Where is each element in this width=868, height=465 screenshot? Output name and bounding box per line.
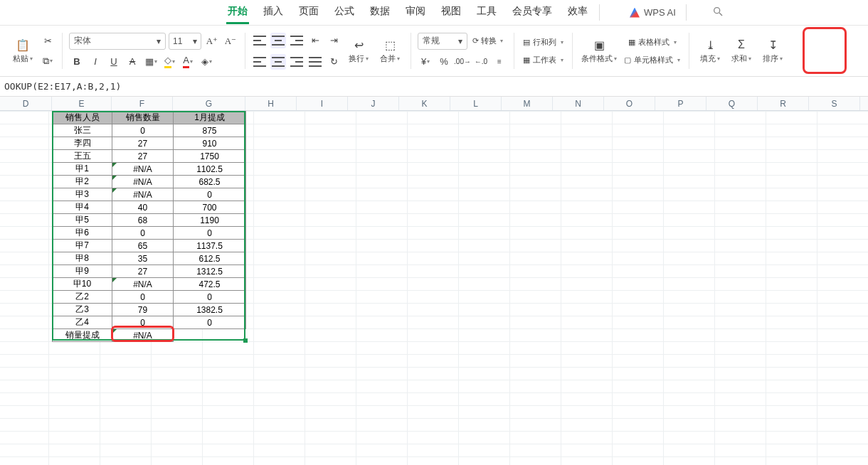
worksheet-button[interactable]: ▦ 工作表▾	[521, 53, 566, 67]
table-row[interactable]: 甲440700	[53, 201, 246, 214]
cell[interactable]: 乙2	[53, 291, 112, 304]
cell[interactable]: #N/A	[112, 188, 174, 201]
formula-bar[interactable]: OOKUP(E2:E17,A:B,2,1)	[0, 77, 868, 97]
tab-start[interactable]: 开始	[226, 1, 249, 24]
font-name-select[interactable]: 宋体▾	[69, 33, 166, 50]
tab-review[interactable]: 审阅	[404, 1, 427, 24]
borders-button[interactable]: ▦▾	[143, 54, 159, 70]
cell[interactable]: 张三	[53, 124, 112, 137]
italic-button[interactable]: I	[88, 54, 103, 70]
table-row[interactable]: 甲835612.5	[53, 252, 246, 265]
cell[interactable]: #N/A	[112, 163, 174, 176]
col-header-H[interactable]: H	[245, 97, 297, 110]
wrap-text-button[interactable]: ↩ 换行▾	[344, 36, 373, 65]
table-row[interactable]: 甲7651137.5	[53, 240, 246, 252]
cell[interactable]: 79	[112, 304, 174, 316]
cell[interactable]: 472.5	[174, 278, 246, 291]
cut-button[interactable]: ✂	[40, 33, 55, 49]
col-header-E[interactable]: E	[52, 97, 112, 110]
cell[interactable]: 甲8	[53, 252, 112, 265]
increase-decimal-button[interactable]: .00→	[455, 54, 470, 70]
tab-tools[interactable]: 工具	[475, 1, 498, 24]
cell[interactable]: #N/A	[112, 329, 174, 342]
table-style-button[interactable]: ▦ 表格样式▾	[622, 36, 682, 49]
col-header-I[interactable]: I	[297, 97, 348, 110]
tab-data[interactable]: 数据	[369, 1, 391, 24]
table-row[interactable]: 甲9271312.5	[53, 265, 246, 278]
cell[interactable]: #N/A	[112, 176, 174, 188]
cell[interactable]: 1190	[174, 214, 246, 227]
cell[interactable]	[174, 329, 246, 342]
fill-color-button[interactable]: ◇▾	[162, 54, 177, 70]
autosum-button[interactable]: Σ 求和▾	[727, 36, 756, 65]
table-row[interactable]: 甲3#N/A0	[53, 188, 246, 201]
cell[interactable]: 68	[112, 214, 174, 227]
col-header-S[interactable]: S	[809, 97, 860, 110]
col-header-D[interactable]: D	[0, 97, 52, 110]
table-row[interactable]: 甲5681190	[53, 214, 246, 227]
currency-button[interactable]: ¥▾	[418, 54, 433, 70]
tab-member[interactable]: 会员专享	[511, 1, 554, 24]
increase-indent-button[interactable]: ⇥	[326, 33, 342, 48]
cell[interactable]: 甲6	[53, 227, 112, 240]
underline-button[interactable]: U	[106, 54, 122, 70]
cell[interactable]: 0	[112, 316, 174, 329]
align-middle-button[interactable]	[270, 33, 286, 48]
cell[interactable]: 65	[112, 240, 174, 252]
justify-button[interactable]	[307, 54, 323, 70]
tab-page[interactable]: 页面	[297, 1, 320, 24]
cell[interactable]: 35	[112, 252, 174, 265]
table-row[interactable]: 甲2#N/A682.5	[53, 176, 246, 188]
cell[interactable]: 0	[174, 227, 246, 240]
cell[interactable]: 甲5	[53, 214, 112, 227]
font-size-select[interactable]: 11▾	[169, 33, 201, 50]
cell[interactable]: 乙4	[53, 316, 112, 329]
cell[interactable]: 甲1	[53, 163, 112, 176]
cell[interactable]: 甲7	[53, 240, 112, 252]
copy-button[interactable]: ⧉▾	[40, 53, 55, 69]
table-row[interactable]: 乙3791382.5	[53, 304, 246, 316]
orientation-button[interactable]: ↻	[326, 54, 342, 70]
cell[interactable]: 0	[174, 188, 246, 201]
strikethrough-button[interactable]: A	[125, 54, 140, 70]
tab-view[interactable]: 视图	[440, 1, 462, 24]
col-header-L[interactable]: L	[450, 97, 502, 110]
cell[interactable]: 27	[112, 265, 174, 278]
cell[interactable]: 甲10	[53, 278, 112, 291]
tab-efficiency[interactable]: 效率	[566, 1, 589, 24]
cell[interactable]: 甲3	[53, 188, 112, 201]
conditional-format-button[interactable]: ▣ 条件格式▾	[579, 36, 619, 65]
col-header-F[interactable]: F	[112, 97, 173, 110]
tab-formula[interactable]: 公式	[333, 1, 356, 24]
tab-insert[interactable]: 插入	[262, 1, 285, 24]
col-header-N[interactable]: N	[553, 97, 604, 110]
convert-button[interactable]: ⟳ 转换▾	[470, 34, 505, 48]
percent-button[interactable]: %	[436, 54, 452, 70]
col-header-Q[interactable]: Q	[706, 97, 758, 110]
rows-cols-button[interactable]: ▤ 行和列▾	[521, 36, 566, 49]
table-row[interactable]: 乙200	[53, 291, 246, 304]
fill-button[interactable]: ⤓ 填充▾	[696, 36, 724, 65]
col-header-P[interactable]: P	[655, 97, 706, 110]
table-row[interactable]: 甲1#N/A1102.5	[53, 163, 246, 176]
table-row[interactable]: 王五271750	[53, 150, 246, 163]
cell-style-button[interactable]: ▢ 单元格样式▾	[622, 53, 682, 67]
cell[interactable]: 李四	[53, 137, 112, 150]
decrease-decimal-button[interactable]: ←.0	[473, 54, 489, 70]
table-header[interactable]: 销售人员	[53, 112, 112, 124]
col-header-O[interactable]: O	[604, 97, 655, 110]
paste-button[interactable]: 📋 粘贴▾	[9, 36, 37, 65]
cell[interactable]: 1382.5	[174, 304, 246, 316]
clear-format-button[interactable]: ◈▾	[199, 54, 214, 70]
table-row[interactable]: 甲600	[53, 227, 246, 240]
number-format-select[interactable]: 常规▾	[418, 33, 467, 50]
cell[interactable]: 40	[112, 201, 174, 214]
align-top-button[interactable]	[252, 33, 268, 48]
cell[interactable]: 1102.5	[174, 163, 246, 176]
cell[interactable]: #N/A	[112, 278, 174, 291]
cell[interactable]: 1750	[174, 150, 246, 163]
cell[interactable]: 甲4	[53, 201, 112, 214]
table-row[interactable]: 李四27910	[53, 137, 246, 150]
search-icon[interactable]	[712, 6, 724, 19]
cell[interactable]: 0	[174, 291, 246, 304]
